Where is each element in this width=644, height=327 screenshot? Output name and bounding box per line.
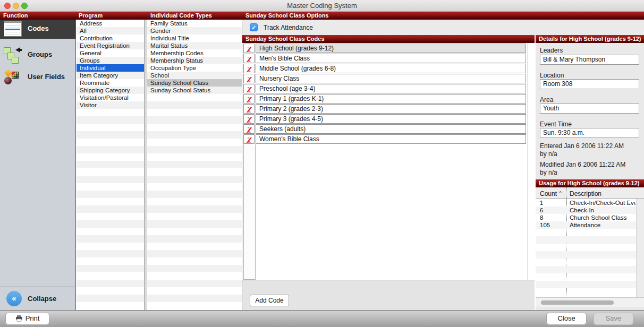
collapse-button[interactable]: « Collapse (0, 287, 75, 310)
detail-field-input[interactable]: Bill & Mary Thompson (540, 55, 639, 65)
empty-row (77, 131, 144, 139)
app-window: Master Coding System Function Program In… (0, 0, 644, 327)
delete-code-icon[interactable]: χ (243, 94, 255, 104)
empty-row (77, 168, 144, 176)
code-name-field[interactable]: Primary 1 (grades K-1) (256, 94, 526, 104)
code-type-item[interactable]: Gender (147, 27, 242, 35)
empty-row (147, 213, 242, 220)
print-button[interactable]: Print (5, 313, 49, 324)
program-item[interactable]: Visitor (77, 101, 144, 109)
detail-field-input[interactable]: Room 308 (540, 79, 639, 89)
empty-row (77, 213, 144, 220)
add-code-button[interactable]: Add Code (250, 295, 289, 306)
code-name-field[interactable]: Women's Bible Class (256, 134, 526, 144)
sidebar-item-label: User Fields (28, 73, 65, 81)
code-name-field[interactable]: Men's Bible Class (256, 54, 526, 63)
delete-code-icon[interactable]: χ (243, 134, 255, 144)
code-type-item[interactable]: Marital Status (147, 42, 242, 49)
function-header: Function (3, 12, 28, 19)
code-type-item[interactable]: School (147, 72, 242, 79)
usage-horizontal-scrollbar[interactable] (536, 297, 644, 307)
empty-row (77, 198, 144, 205)
detail-field-input[interactable]: Youth (540, 104, 639, 114)
codes-footer: Add Code (242, 280, 535, 310)
sidebar-item-user-fields[interactable]: User Fields (0, 66, 75, 89)
code-row[interactable]: χPrimary 1 (grades K-1) (243, 94, 526, 104)
code-row[interactable]: χPreschool (age 3-4) (243, 84, 526, 93)
code-type-item[interactable]: Membership Codes (147, 49, 242, 57)
description-column-header[interactable]: Description (570, 190, 601, 197)
delete-code-icon[interactable]: χ (243, 124, 255, 134)
program-item[interactable]: All (77, 27, 144, 35)
empty-row (147, 302, 242, 309)
program-item[interactable]: Event Registration (77, 42, 144, 49)
code-name-field[interactable]: Nursery Class (256, 74, 526, 83)
empty-row (147, 183, 242, 191)
horizontal-scrollbar-thumb[interactable] (541, 300, 614, 305)
empty-row (147, 131, 242, 139)
code-type-item[interactable]: Sunday School Class (147, 79, 242, 87)
empty-row (77, 205, 144, 213)
sidebar-item-groups[interactable]: Groups (0, 44, 75, 66)
code-row[interactable]: χMen's Bible Class (243, 54, 526, 63)
code-type-item[interactable]: Occupation Type (147, 64, 242, 72)
empty-row (147, 198, 242, 205)
track-attendance-label: Track Attendance (264, 24, 313, 31)
delete-code-icon[interactable]: χ (243, 64, 255, 73)
chevrons-left-icon: « (6, 291, 22, 306)
delete-code-icon[interactable]: χ (243, 104, 255, 114)
delete-code-icon[interactable]: χ (243, 84, 255, 93)
usage-row: 105Attendance (536, 221, 644, 229)
delete-code-icon[interactable]: χ (243, 44, 255, 53)
class-codes-list: χHigh School (grades 9-12)χMen's Bible C… (242, 43, 535, 280)
empty-row (536, 251, 644, 259)
program-item[interactable]: Individual (77, 64, 144, 72)
code-types-header: Individual Code Types (150, 12, 212, 19)
function-sidebar: Codes Groups User Fields « Collapse (0, 20, 76, 310)
program-item[interactable]: General (77, 49, 144, 57)
close-button[interactable]: Close (546, 313, 587, 324)
empty-row (536, 288, 644, 296)
codes-list-icon (4, 21, 22, 37)
delete-code-icon[interactable]: χ (243, 54, 255, 63)
sidebar-item-codes[interactable]: Codes (0, 20, 75, 39)
program-item[interactable]: Contribution (77, 35, 144, 42)
code-name-field[interactable]: High School (grades 9-12) (256, 44, 526, 53)
sidebar-item-label: Groups (28, 50, 52, 58)
code-name-field[interactable]: Primary 3 (grades 4-5) (256, 114, 526, 124)
code-type-item[interactable]: Membership Status (147, 57, 242, 64)
code-row[interactable]: χWomen's Bible Class (243, 134, 526, 144)
program-item[interactable]: Address (77, 20, 144, 27)
program-item[interactable]: Shipping Category (77, 87, 144, 94)
track-attendance-checkbox[interactable]: ✓ (250, 23, 258, 31)
empty-row (77, 265, 144, 272)
code-row[interactable]: χPrimary 3 (grades 4-5) (243, 114, 526, 124)
code-type-item[interactable]: Individual Title (147, 35, 242, 42)
code-row[interactable]: χMiddle School (grades 6-8) (243, 64, 526, 73)
usage-count-cell: 6 (540, 206, 543, 214)
code-name-field[interactable]: Seekers (adults) (256, 124, 526, 134)
code-row[interactable]: χNursery Class (243, 74, 526, 83)
save-button[interactable]: Save (594, 313, 633, 324)
code-row[interactable]: χPrimary 2 (grades 2-3) (243, 104, 526, 114)
code-row[interactable]: χSeekers (adults) (243, 124, 526, 134)
code-row[interactable]: χHigh School (grades 9-12) (243, 44, 526, 53)
delete-code-icon[interactable]: χ (243, 114, 255, 124)
program-item[interactable]: Item Category (77, 72, 144, 79)
program-item[interactable]: Groups (77, 57, 144, 64)
program-item[interactable]: Visitation/Pastoral (77, 94, 144, 101)
code-name-field[interactable]: Middle School (grades 6-8) (256, 64, 526, 73)
usage-vertical-scrollbar-track[interactable] (636, 199, 644, 297)
count-column-header[interactable]: Count (540, 190, 557, 197)
empty-row (147, 295, 242, 302)
code-name-field[interactable]: Preschool (age 3-4) (256, 84, 526, 93)
options-header: Sunday School Class Options (245, 12, 328, 19)
detail-field-input[interactable]: Sun. 9:30 a.m. (540, 128, 639, 138)
details-panel: LeadersBill & Mary ThompsonLocationRoom … (536, 43, 644, 310)
code-type-item[interactable]: Sunday School Status (147, 87, 242, 94)
delete-code-icon[interactable]: χ (243, 74, 255, 83)
program-item[interactable]: Roommate (77, 79, 144, 87)
vertical-scrollbar-track[interactable] (528, 43, 535, 280)
code-name-field[interactable]: Primary 2 (grades 2-3) (256, 104, 526, 114)
code-type-item[interactable]: Family Status (147, 20, 242, 27)
